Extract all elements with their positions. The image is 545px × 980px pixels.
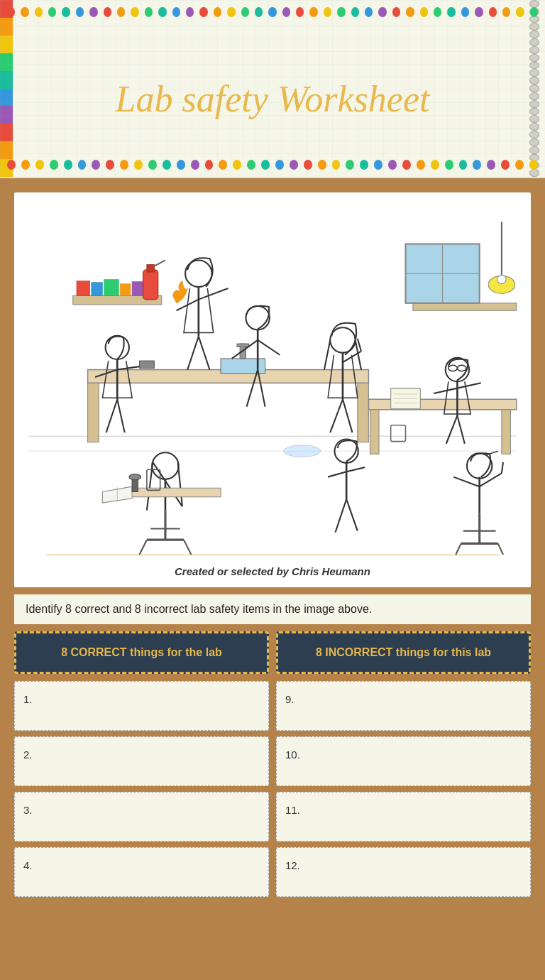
dot <box>304 160 312 170</box>
dot <box>78 160 87 170</box>
svg-line-33 <box>187 337 199 370</box>
svg-line-46 <box>106 399 118 432</box>
dot <box>275 160 284 170</box>
answer-row: 4. 12. <box>14 847 531 897</box>
dot <box>459 160 468 170</box>
dot <box>205 160 214 170</box>
svg-line-77 <box>328 472 346 477</box>
dot <box>7 160 16 170</box>
dot <box>247 160 255 170</box>
correct-column-header: 8 CORRECT things for the lab <box>14 631 269 674</box>
notebook-content: Lab safety Worksheet <box>0 14 545 156</box>
svg-line-86 <box>502 462 503 474</box>
dot <box>332 160 341 170</box>
svg-line-74 <box>184 540 191 555</box>
svg-rect-14 <box>77 281 90 296</box>
answer-rows: 1. 9. 2. 10. 3. 11. 4. <box>14 681 531 897</box>
lab-image <box>21 200 524 555</box>
svg-line-58 <box>446 415 458 444</box>
answer-number-9: 9. <box>285 693 294 705</box>
svg-line-38 <box>258 340 280 355</box>
svg-line-47 <box>117 399 124 432</box>
svg-line-53 <box>343 399 353 432</box>
bottom-dots-row <box>0 153 545 177</box>
dot <box>290 160 298 170</box>
dot <box>261 160 270 170</box>
content-area: Created or selected by Chris Heumann Ide… <box>0 178 545 918</box>
svg-rect-70 <box>125 488 221 497</box>
svg-rect-45 <box>140 361 155 368</box>
dot <box>21 160 30 170</box>
svg-rect-27 <box>147 265 154 272</box>
answer-number-1: 1. <box>23 693 33 705</box>
notebook-section: Lab safety Worksheet <box>0 0 545 178</box>
dot <box>219 160 227 170</box>
svg-line-56 <box>434 388 457 393</box>
dot <box>106 160 114 170</box>
answer-number-4: 4. <box>23 859 33 871</box>
answer-number-2: 2. <box>23 748 33 761</box>
instructions-text: Identify 8 correct and 8 incorrect lab s… <box>14 594 531 624</box>
dot <box>191 160 199 170</box>
incorrect-column-header: 8 INCORRECT things for this lab <box>276 631 531 674</box>
svg-point-81 <box>467 453 492 478</box>
dot <box>64 160 72 170</box>
answer-number-12: 12. <box>285 859 300 871</box>
svg-point-99 <box>284 445 321 457</box>
answer-box-2[interactable]: 2. <box>14 736 269 786</box>
svg-line-78 <box>346 467 365 472</box>
dot <box>473 160 481 170</box>
caption-line <box>46 555 498 555</box>
answer-box-11[interactable]: 11. <box>276 792 531 842</box>
answer-box-1[interactable]: 1. <box>14 681 269 731</box>
answer-box-10[interactable]: 10. <box>276 736 531 786</box>
svg-rect-98 <box>391 425 406 442</box>
dot <box>163 160 171 170</box>
page-title: Lab safety Worksheet <box>0 50 545 134</box>
answer-row: 1. 9. <box>14 681 531 731</box>
dot <box>515 160 524 170</box>
columns-header: 8 CORRECT things for the lab 8 INCORRECT… <box>14 631 531 674</box>
svg-point-61 <box>457 365 466 371</box>
answer-box-12[interactable]: 12. <box>276 847 531 897</box>
svg-rect-18 <box>132 282 144 296</box>
dot <box>388 160 397 170</box>
dot <box>177 160 185 170</box>
svg-point-60 <box>448 365 458 371</box>
answer-number-10: 10. <box>285 748 300 761</box>
svg-line-32 <box>199 288 229 300</box>
svg-line-80 <box>346 499 358 531</box>
answer-box-3[interactable]: 3. <box>14 792 269 842</box>
answer-row: 3. 11. <box>14 792 531 842</box>
svg-line-28 <box>154 260 165 266</box>
svg-point-41 <box>106 336 129 359</box>
svg-point-93 <box>129 474 141 479</box>
svg-rect-5 <box>358 383 369 442</box>
dot <box>529 160 538 170</box>
answer-box-4[interactable]: 4. <box>14 847 269 897</box>
dot <box>445 160 453 170</box>
dot <box>346 160 354 170</box>
svg-line-90 <box>456 543 461 555</box>
svg-line-52 <box>330 399 343 432</box>
dot <box>120 160 128 170</box>
lab-image-container: Created or selected by Chris Heumann <box>14 192 531 587</box>
dot <box>374 160 382 170</box>
svg-line-91 <box>498 543 503 555</box>
svg-line-57 <box>457 383 480 388</box>
answer-number-11: 11. <box>285 804 300 816</box>
svg-line-73 <box>140 540 147 555</box>
dot <box>134 160 143 170</box>
dot <box>233 160 241 170</box>
svg-line-79 <box>336 499 347 533</box>
dot <box>487 160 495 170</box>
dot <box>92 160 100 170</box>
svg-rect-4 <box>88 383 99 442</box>
dot <box>417 160 425 170</box>
svg-line-51 <box>358 339 361 352</box>
answer-box-9[interactable]: 9. <box>276 681 531 731</box>
svg-line-59 <box>457 415 464 444</box>
svg-rect-16 <box>104 280 119 296</box>
answer-number-3: 3. <box>23 804 33 816</box>
dot <box>402 160 411 170</box>
